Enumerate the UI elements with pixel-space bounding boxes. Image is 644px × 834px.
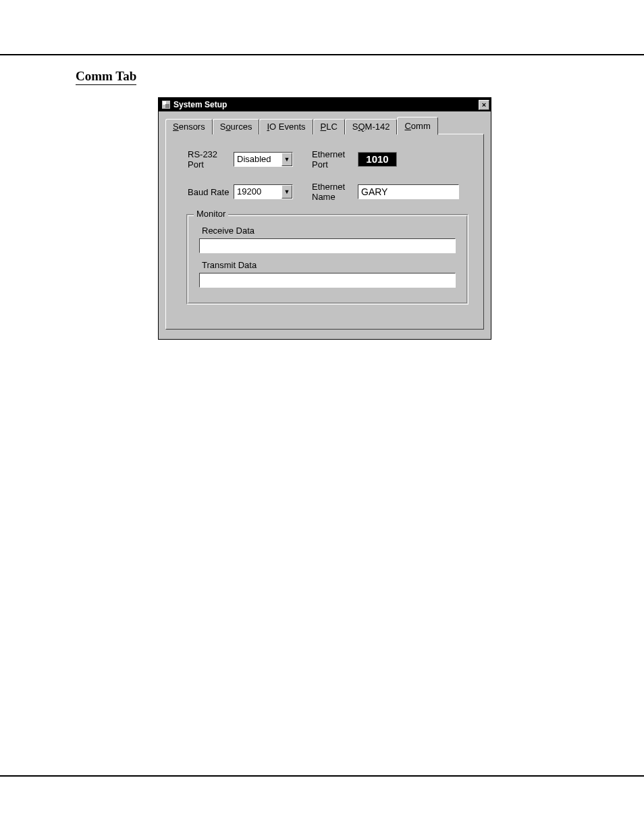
row-baud: Baud Rate 19200 ▼ Ethernet Name GARY [188,182,474,202]
chevron-down-icon[interactable]: ▼ [281,185,292,199]
row-rs232: RS-232 Port Disabled ▼ Ethernet Port 101… [188,149,474,170]
baud-rate-value: 19200 [234,185,281,199]
tab-sqm142[interactable]: SQM-142 [345,119,398,134]
ethernet-port-input[interactable]: 1010 [358,152,397,167]
receive-data-label: Receive Data [202,226,456,236]
dialog-title: System Setup [173,100,479,109]
tab-sources[interactable]: Sources [213,119,260,134]
monitor-group-label: Monitor [194,209,228,219]
ethernet-port-label: Ethernet Port [312,149,358,170]
tab-io-events[interactable]: IO Events [259,119,313,134]
tab-comm[interactable]: Comm [397,117,437,135]
ethernet-name-input[interactable]: GARY [358,184,459,199]
svg-rect-2 [165,104,169,108]
chevron-down-icon[interactable]: ▼ [281,153,292,166]
system-setup-dialog: System Setup × Sensors Sources IO Events… [158,97,491,340]
tab-label: M-142 [365,122,390,132]
transmit-data-field[interactable] [199,273,456,288]
rs232-port-value: Disabled [234,153,281,166]
tab-label: urces [231,122,252,132]
tab-plc[interactable]: PLC [313,119,345,134]
document-page: Comm Tab System Setup × Sensors Sources … [0,54,644,777]
comm-panel: RS-232 Port Disabled ▼ Ethernet Port 101… [165,134,484,330]
transmit-data-label: Transmit Data [202,260,456,270]
tab-label: O Events [269,122,305,132]
rs232-port-label: RS-232 Port [188,149,234,170]
section-heading: Comm Tab [76,69,136,85]
baud-rate-select[interactable]: 19200 ▼ [234,184,293,199]
tab-label: ensors [179,122,205,132]
titlebar: System Setup × [159,98,491,111]
tab-sensors[interactable]: Sensors [165,119,213,134]
ethernet-name-label: Ethernet Name [312,182,358,202]
tab-label: LC [326,122,338,132]
baud-rate-label: Baud Rate [188,187,234,197]
rs232-port-select[interactable]: Disabled ▼ [234,152,293,167]
tab-strip: Sensors Sources IO Events PLC SQM-142 Co… [165,117,484,134]
tab-label: omm [411,121,431,131]
dialog-client: Sensors Sources IO Events PLC SQM-142 Co… [159,111,491,339]
monitor-group: Monitor Receive Data Transmit Data [186,214,468,305]
receive-data-field[interactable] [199,238,456,253]
app-icon [161,100,171,109]
close-button[interactable]: × [479,100,489,110]
